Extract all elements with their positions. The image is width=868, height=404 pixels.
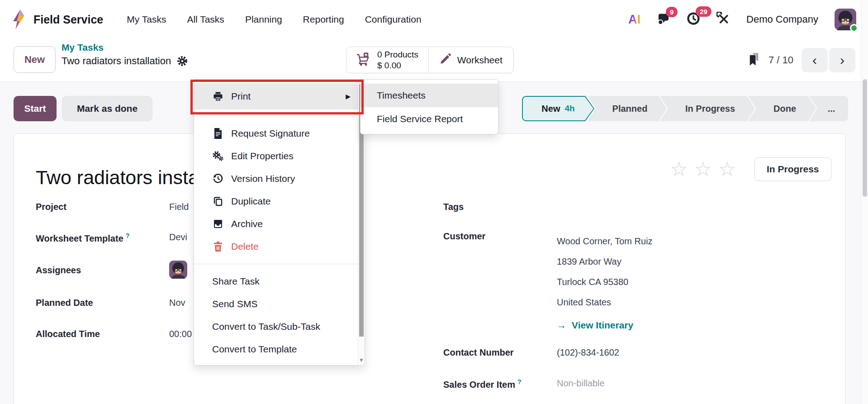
products-button[interactable]: 0 Products $ 0.00 <box>346 47 429 73</box>
stage-new[interactable]: New 4h <box>522 96 594 121</box>
tags-label: Tags <box>443 202 464 212</box>
smart-buttons: 0 Products $ 0.00 Worksheet <box>346 47 514 73</box>
history-icon <box>212 173 224 184</box>
ai-icon[interactable]: AI <box>628 13 640 27</box>
contact-number-label: Contact Number <box>443 347 514 358</box>
customer-country: United States <box>557 292 653 313</box>
star-icon[interactable]: ☆ <box>718 158 742 180</box>
new-button[interactable]: New <box>14 46 56 73</box>
customer-city: Turlock CA 95380 <box>557 272 653 292</box>
stage-statusbar: New 4h Planned In Progress Done ... <box>522 96 848 121</box>
activities-button[interactable]: 29 <box>687 12 700 27</box>
allocated-time-label: Allocated Time <box>36 329 100 339</box>
priority-stars[interactable]: ☆☆☆ <box>670 157 742 181</box>
menu-item-request-signature[interactable]: Request Signature <box>194 122 358 145</box>
menu-item-archive[interactable]: Archive <box>194 213 358 235</box>
menu-item-share-task[interactable]: Share Task <box>194 270 358 293</box>
submenu-item-timesheets[interactable]: Timesheets <box>360 84 498 107</box>
stage-new-duration-badge: 4h <box>564 104 574 114</box>
signature-document-icon <box>212 128 224 139</box>
allocated-time-value[interactable]: 00:00 <box>169 329 192 339</box>
pager-previous-button[interactable]: ‹ <box>802 48 828 72</box>
bookmark-icon[interactable] <box>748 52 760 68</box>
messages-button[interactable]: 9 <box>657 12 670 27</box>
products-amount: $ 0.00 <box>377 60 418 71</box>
activities-badge: 29 <box>696 6 711 17</box>
page-scrollbar[interactable] <box>861 0 868 404</box>
actions-gear-icon[interactable] <box>177 56 188 67</box>
scroll-down-arrow-icon[interactable]: ▼ <box>358 357 365 363</box>
view-itinerary-link[interactable]: → View Itinerary <box>557 320 633 331</box>
stage-done[interactable]: Done <box>748 96 816 121</box>
breadcrumb-current-task: Two radiators installation <box>62 55 171 67</box>
worksheet-template-label: Worksheet Template? <box>36 232 129 244</box>
submenu-item-field-service-report[interactable]: Field Service Report <box>360 107 498 131</box>
start-button[interactable]: Start <box>14 96 57 121</box>
menu-item-duplicate[interactable]: Duplicate <box>194 190 358 213</box>
nav-planning[interactable]: Planning <box>245 14 282 25</box>
stage-new-label: New <box>541 104 560 114</box>
mark-as-done-button[interactable]: Mark as done <box>62 96 152 121</box>
customer-label: Customer <box>443 231 485 242</box>
menu-divider <box>194 264 358 264</box>
help-icon: ? <box>517 378 522 385</box>
pencil-icon <box>440 53 451 67</box>
star-icon[interactable]: ☆ <box>694 158 718 180</box>
help-icon: ? <box>126 232 130 239</box>
menu-item-convert-to-task[interactable]: Convert to Task/Sub-Task <box>194 315 358 338</box>
nav-my-tasks[interactable]: My Tasks <box>127 14 166 25</box>
kanban-state-button[interactable]: In Progress <box>754 157 831 181</box>
project-value[interactable]: Field <box>169 202 189 212</box>
nav-all-tasks[interactable]: All Tasks <box>187 14 224 25</box>
breadcrumb-my-tasks[interactable]: My Tasks <box>62 42 188 53</box>
menu-item-send-sms[interactable]: Send SMS <box>194 293 358 315</box>
tools-icon[interactable] <box>716 12 730 27</box>
submenu-caret-icon: ▶ <box>346 93 351 100</box>
duplicate-icon <box>212 196 224 207</box>
contact-number-value[interactable]: (102)-834-1602 <box>557 347 619 358</box>
printer-icon <box>212 91 224 102</box>
assignees-label: Assignees <box>36 265 81 276</box>
assignee-avatar[interactable] <box>169 261 187 279</box>
project-label: Project <box>36 202 66 212</box>
menu-item-version-history[interactable]: Version History <box>194 167 358 190</box>
worksheet-template-value[interactable]: Devi <box>169 232 187 242</box>
stage-in-progress[interactable]: In Progress <box>660 96 755 121</box>
menu-item-print[interactable]: Print ▶ <box>194 83 358 109</box>
stage-planned[interactable]: Planned <box>588 96 667 121</box>
nav-reporting[interactable]: Reporting <box>303 14 344 25</box>
control-panel: New My Tasks Two radiators installation <box>0 39 868 81</box>
products-count: 0 Products <box>377 49 418 60</box>
sales-order-item-label: Sales Order Item? <box>443 378 522 390</box>
app-title: Field Service <box>33 13 103 26</box>
company-switcher[interactable]: Demo Company <box>746 14 818 25</box>
user-avatar[interactable] <box>835 9 856 30</box>
customer-name[interactable]: Wood Corner, Tom Ruiz <box>557 231 653 252</box>
online-status-dot <box>850 24 858 32</box>
menu-item-convert-to-template[interactable]: Convert to Template <box>194 338 358 361</box>
print-submenu: Timesheets Field Service Report <box>360 79 498 134</box>
field-service-app-icon[interactable] <box>12 10 26 29</box>
task-form-card: Two radiators installation ☆☆☆ In Progre… <box>14 133 845 404</box>
customer-address[interactable]: Wood Corner, Tom Ruiz 1839 Arbor Way Tur… <box>557 231 653 313</box>
gears-icon <box>212 151 224 162</box>
record-pager: 7 / 10 ‹ › <box>748 47 855 73</box>
menu-gap <box>194 109 358 122</box>
worksheet-label: Worksheet <box>457 55 503 66</box>
pager-value: 7 / 10 <box>768 54 793 66</box>
nav-configuration[interactable]: Configuration <box>365 14 422 25</box>
worksheet-button[interactable]: Worksheet <box>429 47 513 73</box>
breadcrumb: My Tasks Two radiators installation <box>62 42 188 67</box>
customer-street: 1839 Arbor Way <box>557 252 653 272</box>
page-scrollbar-thumb[interactable] <box>863 79 867 197</box>
cart-icon <box>356 52 371 68</box>
planned-date-value[interactable]: Nov <box>169 298 185 308</box>
menu-item-edit-properties[interactable]: Edit Properties <box>194 145 358 167</box>
archive-icon <box>212 219 224 229</box>
menu-item-delete[interactable]: Delete <box>194 235 358 258</box>
arrow-right-icon: → <box>557 320 566 331</box>
actions-dropdown-menu: Print ▶ Request Signature Edit Propertie… <box>194 79 365 366</box>
star-icon[interactable]: ☆ <box>670 158 694 180</box>
pager-next-button[interactable]: › <box>829 48 855 72</box>
sales-order-item-value[interactable]: Non-billable <box>557 378 605 389</box>
